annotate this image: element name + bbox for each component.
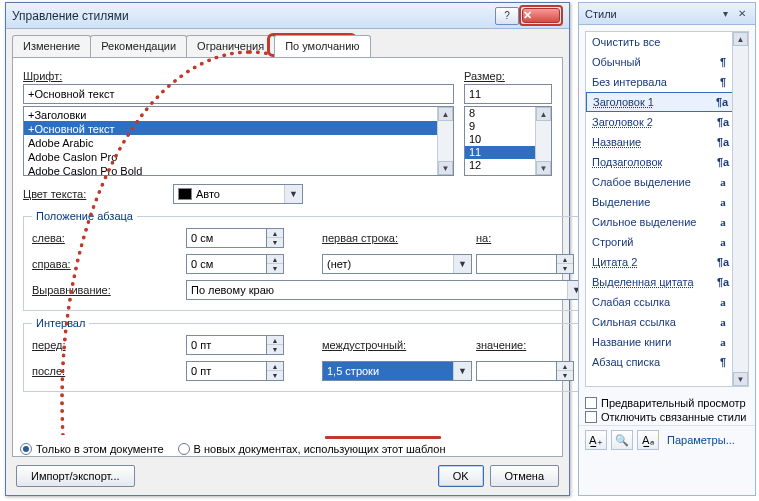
style-mark-icon: ¶a	[715, 96, 729, 108]
tab-recommend[interactable]: Рекомендации	[90, 35, 187, 57]
size-listbox[interactable]: 8 9 10 11 12 ▲ ▼	[464, 106, 552, 176]
style-item[interactable]: Подзаголовок¶a	[586, 152, 748, 172]
spin-up-icon[interactable]: ▲	[267, 255, 283, 264]
after-spinner[interactable]: 0 пт ▲▼	[186, 361, 318, 381]
before-value[interactable]: 0 пт	[186, 335, 266, 355]
style-item-name: Обычный	[592, 56, 716, 68]
spin-down-icon[interactable]: ▼	[267, 264, 283, 273]
left-spinner[interactable]: 0 см ▲▼	[186, 228, 318, 248]
font-item[interactable]: Adobe Caslon Pro	[24, 149, 453, 163]
manage-styles-button[interactable]: A̲ₐ	[637, 430, 659, 450]
style-item[interactable]: Заголовок 1¶a	[586, 92, 748, 112]
style-item[interactable]: Название книгиa	[586, 332, 748, 352]
spin-up-icon[interactable]: ▲	[267, 362, 283, 371]
style-item[interactable]: Название¶a	[586, 132, 748, 152]
style-list[interactable]: Очистить всеОбычный¶Без интервала¶Заголо…	[585, 31, 749, 387]
options-link[interactable]: Параметры...	[667, 434, 735, 446]
spin-down-icon[interactable]: ▼	[267, 371, 283, 380]
style-item[interactable]: Без интервала¶	[586, 72, 748, 92]
scroll-up-icon[interactable]: ▲	[733, 32, 748, 46]
size-scrollbar[interactable]: ▲ ▼	[535, 107, 551, 175]
tab-restrict[interactable]: Ограничения	[186, 35, 275, 57]
style-scrollbar[interactable]: ▲ ▼	[732, 32, 748, 386]
spin-up-icon[interactable]: ▲	[557, 255, 573, 264]
on-spinner[interactable]: ▲▼	[476, 254, 586, 274]
style-item[interactable]: Выделениеa	[586, 192, 748, 212]
style-item-name: Заголовок 2	[592, 116, 716, 128]
tab-strip: Изменение Рекомендации Ограничения По ум…	[6, 29, 569, 57]
panel-close-icon[interactable]: ✕	[735, 7, 749, 21]
font-item[interactable]: Adobe Arabic	[24, 135, 453, 149]
spin-down-icon[interactable]: ▼	[557, 371, 573, 380]
checkbox-icon	[585, 411, 597, 423]
font-item[interactable]: +Основной текст	[24, 121, 453, 135]
style-inspector-button[interactable]: 🔍	[611, 430, 633, 450]
chevron-down-icon: ▼	[453, 362, 471, 380]
scroll-down-icon[interactable]: ▼	[536, 161, 551, 175]
style-item[interactable]: Сильное выделениеa	[586, 212, 748, 232]
style-item[interactable]: Слабая ссылкаa	[586, 292, 748, 312]
scroll-down-icon[interactable]: ▼	[438, 161, 453, 175]
close-button[interactable]: ✕	[522, 8, 560, 23]
cancel-button[interactable]: Отмена	[490, 465, 559, 487]
panel-menu-icon[interactable]: ▾	[718, 7, 732, 21]
tab-defaults[interactable]: По умолчанию	[274, 35, 370, 57]
checkbox-disable-linked[interactable]: Отключить связанные стили	[585, 411, 749, 423]
font-item[interactable]: +Заголовки	[24, 107, 453, 121]
checkbox-preview-label: Предварительный просмотр	[601, 397, 746, 409]
size-value: 11	[469, 88, 481, 100]
right-value[interactable]: 0 см	[186, 254, 266, 274]
paragraph-position-group: Положение абзаца слева: 0 см ▲▼ первая с…	[23, 210, 595, 311]
style-mark-icon: ¶a	[716, 156, 730, 168]
style-item-name: Слабое выделение	[592, 176, 716, 188]
linespacing-select[interactable]: 1,5 строки ▼	[322, 361, 472, 381]
style-item[interactable]: Строгийa	[586, 232, 748, 252]
paragraph-position-legend: Положение абзаца	[32, 210, 137, 222]
style-item[interactable]: Обычный¶	[586, 52, 748, 72]
radio-new-documents[interactable]: В новых документах, использующих этот ша…	[178, 443, 446, 455]
scroll-down-icon[interactable]: ▼	[733, 372, 748, 386]
align-select[interactable]: По левому краю ▼	[186, 280, 586, 300]
import-export-button[interactable]: Импорт/экспорт...	[16, 465, 135, 487]
scroll-up-icon[interactable]: ▲	[438, 107, 453, 121]
size-input[interactable]: 11	[464, 84, 552, 104]
style-item[interactable]: Цитата 2¶a	[586, 252, 748, 272]
style-item[interactable]: Очистить все	[586, 32, 748, 52]
spin-up-icon[interactable]: ▲	[557, 362, 573, 371]
spin-up-icon[interactable]: ▲	[267, 229, 283, 238]
font-item[interactable]: Adobe Caslon Pro Bold	[24, 163, 453, 176]
value-spinner[interactable]: ▲▼	[476, 361, 586, 381]
new-style-button[interactable]: A̲₊	[585, 430, 607, 450]
right-spinner[interactable]: 0 см ▲▼	[186, 254, 318, 274]
help-button[interactable]: ?	[495, 7, 519, 25]
scroll-up-icon[interactable]: ▲	[536, 107, 551, 121]
firstline-value: (нет)	[327, 258, 453, 270]
firstline-select[interactable]: (нет) ▼	[322, 254, 472, 274]
style-item[interactable]: Заголовок 2¶a	[586, 112, 748, 132]
font-listbox[interactable]: +Заголовки +Основной текст Adobe Arabic …	[23, 106, 454, 176]
style-item[interactable]: Выделенная цитата¶a	[586, 272, 748, 292]
panel-options: Предварительный просмотр Отключить связа…	[579, 393, 755, 425]
style-item[interactable]: Сильная ссылкаa	[586, 312, 748, 332]
value-value[interactable]	[476, 361, 556, 381]
ok-button[interactable]: OK	[438, 465, 484, 487]
font-input[interactable]: +Основной текст	[23, 84, 454, 104]
spin-down-icon[interactable]: ▼	[557, 264, 573, 273]
style-item[interactable]: Слабое выделениеa	[586, 172, 748, 192]
before-label: перед:	[32, 339, 182, 351]
spin-up-icon[interactable]: ▲	[267, 336, 283, 345]
after-value[interactable]: 0 пт	[186, 361, 266, 381]
text-color-select[interactable]: Авто ▼	[173, 184, 303, 204]
spin-down-icon[interactable]: ▼	[267, 238, 283, 247]
tab-edit[interactable]: Изменение	[12, 35, 91, 57]
style-item[interactable]: Абзац списка¶	[586, 352, 748, 372]
spin-down-icon[interactable]: ▼	[267, 345, 283, 354]
chevron-down-icon: ▼	[284, 185, 302, 203]
radio-this-document[interactable]: Только в этом документе	[20, 443, 164, 455]
on-value[interactable]	[476, 254, 556, 274]
font-scrollbar[interactable]: ▲ ▼	[437, 107, 453, 175]
checkbox-preview[interactable]: Предварительный просмотр	[585, 397, 749, 409]
close-highlight: ✕	[519, 5, 563, 26]
before-spinner[interactable]: 0 пт ▲▼	[186, 335, 318, 355]
left-value[interactable]: 0 см	[186, 228, 266, 248]
